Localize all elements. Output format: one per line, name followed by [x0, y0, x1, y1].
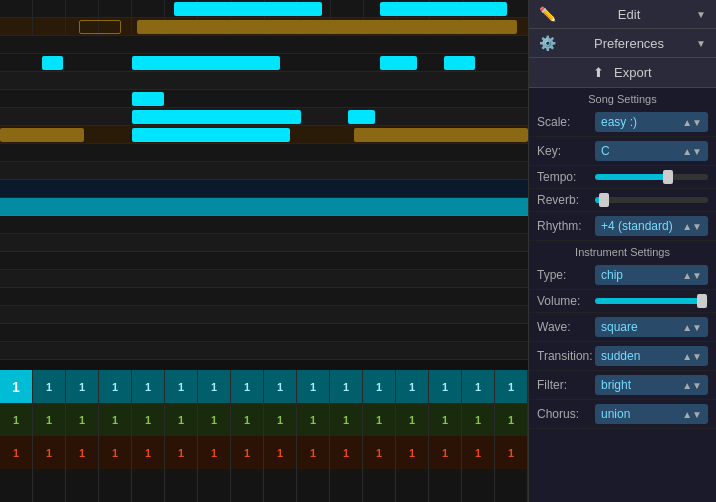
seq-cell-green[interactable]: 1 [165, 403, 198, 436]
seq-cell-green[interactable]: 1 [429, 403, 462, 436]
piano-roll[interactable] [0, 0, 528, 370]
scale-dropdown[interactable]: easy :) ▲▼ [595, 112, 708, 132]
seq-cell-orange[interactable]: 1 [297, 436, 330, 469]
seq-cell[interactable]: 1 [132, 370, 165, 403]
seq-cell-orange[interactable]: 1 [264, 436, 297, 469]
seq-cell[interactable]: 1 [33, 370, 66, 403]
seq-cell-green[interactable]: 1 [363, 403, 396, 436]
seq-cell[interactable]: 1 [165, 370, 198, 403]
transition-dropdown[interactable]: sudden ▲▼ [595, 346, 708, 366]
type-control[interactable]: chip ▲▼ [595, 265, 708, 285]
key-dropdown[interactable]: C ▲▼ [595, 141, 708, 161]
seq-cell-empty[interactable] [0, 469, 33, 502]
seq-cell[interactable]: 1 [429, 370, 462, 403]
seq-cell-empty[interactable] [330, 469, 363, 502]
type-dropdown[interactable]: chip ▲▼ [595, 265, 708, 285]
seq-cell-green[interactable]: 1 [495, 403, 528, 436]
reverb-thumb[interactable] [599, 193, 609, 207]
seq-cell-green[interactable]: 1 [33, 403, 66, 436]
seq-cell[interactable]: 1 [330, 370, 363, 403]
tempo-slider[interactable] [595, 174, 708, 180]
seq-cell[interactable]: 1 [297, 370, 330, 403]
seq-cell[interactable]: 1 [264, 370, 297, 403]
seq-cell-orange[interactable]: 1 [462, 436, 495, 469]
volume-slider[interactable] [595, 298, 708, 304]
seq-cell-empty[interactable] [198, 469, 231, 502]
seq-cell-empty[interactable] [429, 469, 462, 502]
chorus-dropdown-arrow: ▲▼ [682, 409, 702, 420]
seq-cell-green[interactable]: 1 [264, 403, 297, 436]
seq-cell-green[interactable]: 1 [99, 403, 132, 436]
seq-cell-empty[interactable] [132, 469, 165, 502]
wave-setting: Wave: square ▲▼ [529, 313, 716, 342]
seq-cell-orange[interactable]: 1 [198, 436, 231, 469]
preferences-button[interactable]: ⚙️ Preferences ▼ [529, 29, 716, 58]
reverb-control[interactable] [595, 197, 708, 203]
volume-control[interactable] [595, 298, 708, 304]
tempo-control[interactable] [595, 174, 708, 180]
volume-label: Volume: [537, 294, 595, 308]
seq-cell[interactable]: 1 [396, 370, 429, 403]
scale-control[interactable]: easy :) ▲▼ [595, 112, 708, 132]
seq-cell-orange[interactable]: 1 [495, 436, 528, 469]
seq-cell-green[interactable]: 1 [66, 403, 99, 436]
seq-cell-orange[interactable]: 1 [231, 436, 264, 469]
seq-cell-orange[interactable]: 1 [0, 436, 33, 469]
rhythm-control[interactable]: +4 (standard) ▲▼ [595, 216, 708, 236]
seq-cell-empty[interactable] [66, 469, 99, 502]
seq-cell-orange[interactable]: 1 [132, 436, 165, 469]
seq-cell-empty[interactable] [396, 469, 429, 502]
seq-cell[interactable]: 1 [66, 370, 99, 403]
seq-cell-orange[interactable]: 1 [99, 436, 132, 469]
seq-cell-green[interactable]: 1 [396, 403, 429, 436]
seq-cell-green[interactable]: 1 [132, 403, 165, 436]
seq-cell-empty[interactable] [264, 469, 297, 502]
seq-cell-active[interactable]: 1 [0, 370, 33, 403]
seq-cell-orange[interactable]: 1 [330, 436, 363, 469]
seq-cell-empty[interactable] [165, 469, 198, 502]
transition-control[interactable]: sudden ▲▼ [595, 346, 708, 366]
seq-cell-green[interactable]: 1 [330, 403, 363, 436]
seq-cell-empty[interactable] [462, 469, 495, 502]
seq-cell[interactable]: 1 [462, 370, 495, 403]
filter-control[interactable]: bright ▲▼ [595, 375, 708, 395]
key-control[interactable]: C ▲▼ [595, 141, 708, 161]
edit-button[interactable]: ✏️ Edit ▼ [529, 0, 716, 29]
chorus-control[interactable]: union ▲▼ [595, 404, 708, 424]
seq-cell-orange[interactable]: 1 [429, 436, 462, 469]
edit-label: Edit [618, 7, 640, 22]
seq-cell-green[interactable]: 1 [0, 403, 33, 436]
seq-cell-orange[interactable]: 1 [33, 436, 66, 469]
seq-cell-empty[interactable] [297, 469, 330, 502]
seq-cell-green[interactable]: 1 [297, 403, 330, 436]
type-label: Type: [537, 268, 595, 282]
seq-cell-orange[interactable]: 1 [396, 436, 429, 469]
seq-row-4 [0, 469, 528, 502]
seq-cell-green[interactable]: 1 [462, 403, 495, 436]
instrument-settings-header: Instrument Settings [529, 241, 716, 261]
seq-cell-empty[interactable] [99, 469, 132, 502]
rhythm-dropdown[interactable]: +4 (standard) ▲▼ [595, 216, 708, 236]
filter-dropdown[interactable]: bright ▲▼ [595, 375, 708, 395]
seq-cell[interactable]: 1 [99, 370, 132, 403]
volume-thumb[interactable] [697, 294, 707, 308]
seq-cell-empty[interactable] [495, 469, 528, 502]
chorus-dropdown[interactable]: union ▲▼ [595, 404, 708, 424]
export-button[interactable]: ⬆ Export [529, 58, 716, 88]
seq-cell-orange[interactable]: 1 [363, 436, 396, 469]
seq-cell[interactable]: 1 [231, 370, 264, 403]
seq-cell-empty[interactable] [33, 469, 66, 502]
wave-dropdown[interactable]: square ▲▼ [595, 317, 708, 337]
seq-cell[interactable]: 1 [363, 370, 396, 403]
seq-cell-orange[interactable]: 1 [66, 436, 99, 469]
seq-cell-orange[interactable]: 1 [165, 436, 198, 469]
seq-cell-empty[interactable] [231, 469, 264, 502]
seq-cell-green[interactable]: 1 [198, 403, 231, 436]
tempo-thumb[interactable] [663, 170, 673, 184]
seq-cell[interactable]: 1 [495, 370, 528, 403]
reverb-slider[interactable] [595, 197, 708, 203]
seq-cell-empty[interactable] [363, 469, 396, 502]
seq-cell[interactable]: 1 [198, 370, 231, 403]
seq-cell-green[interactable]: 1 [231, 403, 264, 436]
wave-control[interactable]: square ▲▼ [595, 317, 708, 337]
